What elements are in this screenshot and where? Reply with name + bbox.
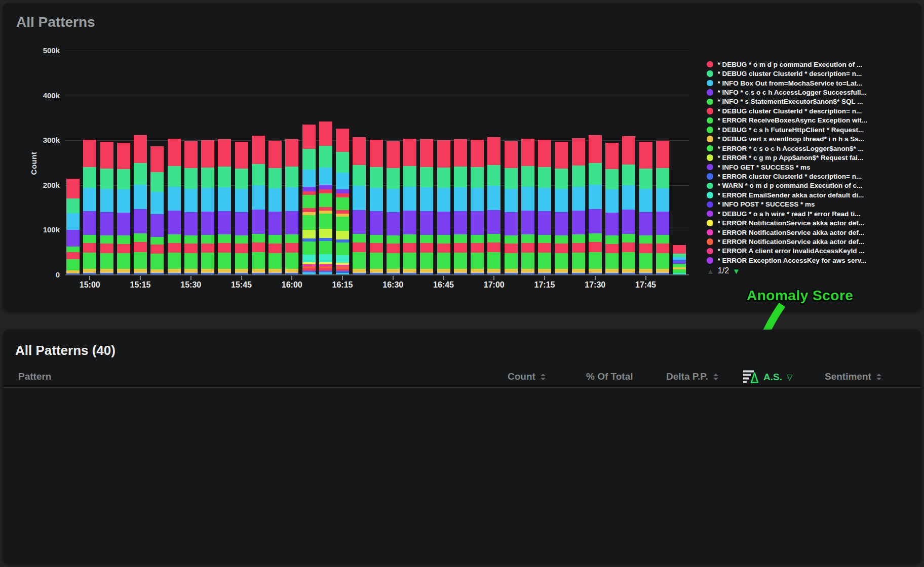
bar-segment <box>168 187 181 211</box>
legend-item-label: * INFO * c s o c h AccessLogger Successf… <box>718 89 867 96</box>
bar-segment <box>370 140 383 167</box>
bar-segment <box>471 243 484 253</box>
chart-bar-15:25[interactable] <box>168 139 181 274</box>
chart-bar-16:25[interactable] <box>370 140 383 274</box>
chart-bar-15:05[interactable] <box>100 142 113 274</box>
bar-segment <box>184 212 198 235</box>
bar-segment <box>555 235 568 244</box>
chart-bar-16:10[interactable] <box>319 122 332 274</box>
legend-color-dot-icon <box>707 80 713 87</box>
bar-segment <box>639 235 652 244</box>
legend-item[interactable]: * ERROR NotificationService akka actor d… <box>707 228 910 237</box>
legend-item[interactable]: * DEBUG cluster ClusterId * description=… <box>707 106 910 115</box>
chart-bar-15:10[interactable] <box>117 143 130 274</box>
legend-item[interactable]: * DEBUG * o a h wire * read l* error Rea… <box>707 209 910 218</box>
legend-item[interactable]: * INFO * c s o c h AccessLogger Successf… <box>707 88 910 97</box>
chart-bar-17:30[interactable] <box>589 135 602 274</box>
legend-item[interactable]: * ERROR A client error InvalidAccessKeyI… <box>707 247 910 256</box>
chart-bar-17:25[interactable] <box>572 138 585 274</box>
legend-page-down-icon[interactable]: ▼ <box>733 267 740 275</box>
chart-bar-17:05[interactable] <box>505 141 518 274</box>
chart-bar-15:50[interactable] <box>252 136 265 274</box>
legend-item[interactable]: * INFO POST * SUCCESS * ms <box>707 200 910 209</box>
bar-segment <box>555 269 568 273</box>
chart-bar-17:50[interactable] <box>656 141 669 274</box>
chart-bar-15:30[interactable] <box>184 141 198 274</box>
chart-bar-17:20[interactable] <box>555 142 568 274</box>
sort-icon[interactable] <box>713 374 718 380</box>
bar-segment <box>353 186 366 210</box>
chart-bar-16:35[interactable] <box>403 139 416 274</box>
legend-item[interactable]: * ERROR * c g m p App$anon$* Request fai… <box>707 153 910 162</box>
chart-bar-15:00[interactable] <box>83 140 96 274</box>
chart-bar-15:15[interactable] <box>134 135 147 274</box>
legend-item[interactable]: * ERROR NotificationService akka actor d… <box>707 218 910 227</box>
chart-bar-14:55[interactable] <box>66 179 80 274</box>
column-header-delta-pp[interactable]: Delta P.P. <box>666 371 718 382</box>
bar-segment <box>235 244 248 253</box>
chart-bar-17:45[interactable] <box>639 142 652 274</box>
gridline <box>65 51 689 51</box>
legend-item[interactable]: * ERROR * c s o c h AccessLogger$anon$* … <box>707 144 910 153</box>
bar-segment <box>572 253 585 269</box>
column-header-pct-of-total[interactable]: % Of Total <box>586 371 633 382</box>
chart-bar-16:20[interactable] <box>353 137 366 274</box>
chart-bar-16:50[interactable] <box>454 139 467 274</box>
column-header-pattern[interactable]: Pattern <box>18 371 51 382</box>
bar-segment <box>403 243 416 253</box>
legend-item[interactable]: * ERROR cluster ClusterId * description=… <box>707 172 910 181</box>
chart-bar-15:45[interactable] <box>235 142 248 274</box>
chart-bar-15:55[interactable] <box>268 141 282 274</box>
chart-bar-17:10[interactable] <box>521 139 534 274</box>
chart-bar-17:35[interactable] <box>605 143 619 274</box>
bar-segment <box>218 167 231 187</box>
legend-item[interactable]: * DEBUG * o m d p command Execution of .… <box>707 60 910 69</box>
chart-bar-16:40[interactable] <box>420 139 433 274</box>
legend-item[interactable]: * ERROR ReceiveBoxesAsync Exception wit.… <box>707 116 910 125</box>
legend-item[interactable]: * ERROR Exception AccessKey for aws serv… <box>707 256 910 265</box>
chart-bar-16:55[interactable] <box>471 140 484 274</box>
legend-item[interactable]: * ERROR EmailSender akka actor default d… <box>707 190 910 199</box>
legend-item[interactable]: * ERROR NotificationService akka actor d… <box>707 237 910 246</box>
chart-bar-16:00[interactable] <box>285 139 298 274</box>
bar-segment <box>268 269 282 273</box>
chart-bar-17:55[interactable] <box>673 245 686 274</box>
chart-bar-15:20[interactable] <box>150 146 164 274</box>
bar-segment <box>168 234 181 243</box>
bar-segment <box>66 252 80 259</box>
legend-item[interactable]: * WARN * o m d p command Execution of c.… <box>707 181 910 190</box>
bar-segment <box>454 234 467 243</box>
chart-bar-15:40[interactable] <box>218 139 231 274</box>
chart-bar-16:45[interactable] <box>437 140 450 274</box>
legend-item[interactable]: * DEBUG * c s h FutureHttpClient * Reque… <box>707 125 910 134</box>
column-header-sentiment[interactable]: Sentiment <box>825 371 881 382</box>
legend-item[interactable]: * INFO Box Out from=MochaService to=Lat.… <box>707 78 910 88</box>
legend-item-label: * DEBUG vert x eventloop thread* i n h s… <box>718 135 865 143</box>
bar-segment <box>235 269 248 273</box>
bar-segment <box>454 187 467 211</box>
legend-color-dot-icon <box>707 220 713 226</box>
legend-item[interactable]: * DEBUG cluster ClusterId * description=… <box>707 69 910 78</box>
bar-segment <box>150 245 164 254</box>
legend-item[interactable]: * INFO GET * SUCCESS * ms <box>707 163 910 172</box>
sort-descending-icon[interactable]: ▽ <box>787 372 793 381</box>
sort-icon[interactable] <box>876 374 881 380</box>
legend-item[interactable]: * INFO * s StatementExecutor$anon$* SQL … <box>707 97 910 106</box>
chart-bar-16:15[interactable] <box>336 129 349 274</box>
sort-icon[interactable] <box>541 374 546 380</box>
chart-bar-17:15[interactable] <box>538 140 551 274</box>
column-header-anomaly-score[interactable]: A.S. ▽ <box>743 370 793 384</box>
chart-bar-15:35[interactable] <box>201 140 214 274</box>
chart-bar-17:40[interactable] <box>622 136 635 274</box>
bar-segment <box>168 166 181 187</box>
bar-segment <box>622 242 635 252</box>
column-header-count[interactable]: Count <box>508 371 546 382</box>
legend-item[interactable]: * DEBUG vert x eventloop thread* i n h s… <box>707 135 910 144</box>
x-tick-mark <box>140 276 141 280</box>
chart-bar-16:05[interactable] <box>302 125 316 274</box>
chart-bar-17:00[interactable] <box>487 137 500 274</box>
chart-bar-16:30[interactable] <box>387 141 400 274</box>
legend-page-up-icon[interactable]: ▲ <box>707 267 714 275</box>
bar-segment <box>302 215 316 230</box>
bar-segment <box>184 189 198 212</box>
